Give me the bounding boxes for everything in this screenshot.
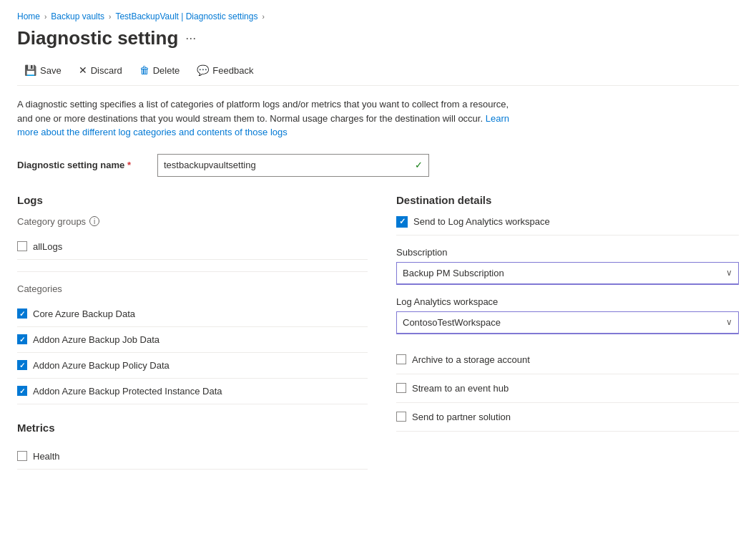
category-checkbox-2[interactable]: [17, 360, 27, 370]
event-hub-label: Stream to an event hub: [412, 383, 509, 394]
diagnostic-setting-name-row: Diagnostic setting name * testbackupvaul…: [17, 154, 739, 177]
event-hub-row: Stream to an event hub: [396, 374, 739, 403]
category-groups-label: Category groups i: [17, 216, 368, 227]
breadcrumb-home[interactable]: Home: [17, 11, 40, 21]
discard-icon: ✕: [79, 64, 87, 76]
category-groups-text: Category groups: [17, 216, 86, 227]
metrics-section-title: Metrics: [17, 422, 368, 434]
subscription-chevron-icon: ∨: [726, 268, 732, 278]
category-row-3: Addon Azure Backup Protected Instance Da…: [17, 379, 368, 404]
category-checkbox-0[interactable]: [17, 309, 27, 319]
event-hub-checkbox[interactable]: [396, 383, 406, 393]
category-label-1: Addon Azure Backup Job Data: [33, 334, 159, 345]
right-column: Destination details Send to Log Analytic…: [396, 194, 739, 470]
workspace-label: Log Analytics workspace: [396, 296, 739, 307]
destination-section-title: Destination details: [396, 194, 739, 206]
info-icon[interactable]: i: [89, 216, 99, 226]
logs-section-title: Logs: [17, 194, 368, 206]
archive-storage-checkbox[interactable]: [396, 354, 406, 364]
categories-title: Categories: [17, 283, 368, 294]
main-content: Logs Category groups i allLogs Categorie…: [17, 194, 739, 470]
category-row-2: Addon Azure Backup Policy Data: [17, 353, 368, 379]
page-title-ellipsis: ···: [185, 31, 196, 46]
log-analytics-row: Send to Log Analytics workspace: [396, 216, 739, 235]
required-marker: *: [127, 160, 131, 170]
toolbar: 💾 Save ✕ Discard 🗑 Delete 💬 Feedback: [17, 61, 739, 86]
breadcrumb-current: TestBackupVault | Diagnostic settings: [115, 11, 257, 21]
discard-label: Discard: [91, 65, 122, 76]
log-analytics-label: Send to Log Analytics workspace: [413, 216, 550, 227]
delete-label: Delete: [153, 65, 180, 76]
category-checkbox-3[interactable]: [17, 386, 27, 396]
description-text: A diagnostic setting specifies a list of…: [17, 97, 518, 140]
allLogs-label: allLogs: [33, 241, 62, 252]
breadcrumb-sep-1: ›: [44, 13, 46, 21]
category-label-2: Addon Azure Backup Policy Data: [33, 360, 170, 371]
save-icon: 💾: [24, 64, 36, 76]
workspace-group: Log Analytics workspace ContosoTestWorks…: [396, 296, 739, 334]
health-checkbox[interactable]: [17, 451, 27, 461]
workspace-chevron-icon: ∨: [726, 317, 732, 327]
subscription-value: Backup PM Subscription: [403, 268, 504, 278]
page-title: Diagnostic setting ···: [17, 27, 739, 49]
page-container: Home › Backup vaults › TestBackupVault |…: [0, 0, 756, 481]
partner-solution-checkbox[interactable]: [396, 412, 406, 422]
partner-solution-label: Send to partner solution: [412, 412, 511, 422]
category-checkbox-1[interactable]: [17, 334, 27, 344]
breadcrumb-backup-vaults[interactable]: Backup vaults: [51, 11, 104, 21]
allLogs-row: allLogs: [17, 234, 368, 260]
field-label: Diagnostic setting name *: [17, 160, 146, 170]
description-text-1: A diagnostic setting specifies a list of…: [17, 99, 509, 124]
subscription-label: Subscription: [396, 247, 739, 258]
diagnostic-setting-name-input[interactable]: testbackupvaultsetting ✓: [157, 154, 429, 177]
save-label: Save: [40, 65, 62, 76]
health-label: Health: [33, 451, 60, 462]
feedback-button[interactable]: 💬 Feedback: [190, 61, 260, 79]
breadcrumb-sep-2: ›: [109, 13, 111, 21]
logs-divider: [17, 271, 368, 272]
left-column: Logs Category groups i allLogs Categorie…: [17, 194, 368, 470]
field-label-text: Diagnostic setting name: [17, 160, 124, 170]
feedback-label: Feedback: [212, 65, 253, 76]
subscription-dropdown[interactable]: Backup PM Subscription ∨: [396, 262, 739, 285]
page-title-text: Diagnostic setting: [17, 27, 178, 49]
field-value: testbackupvaultsetting: [164, 160, 256, 170]
category-label-3: Addon Azure Backup Protected Instance Da…: [33, 386, 222, 397]
field-check-icon: ✓: [415, 160, 423, 170]
workspace-value: ContosoTestWorkspace: [403, 317, 501, 328]
breadcrumb-sep-3: ›: [262, 13, 264, 21]
feedback-icon: 💬: [197, 64, 209, 76]
delete-icon: 🗑: [139, 64, 149, 76]
health-row: Health: [17, 444, 368, 470]
breadcrumb: Home › Backup vaults › TestBackupVault |…: [17, 11, 739, 21]
discard-button[interactable]: ✕ Discard: [72, 61, 129, 79]
categories-section: Categories Core Azure Backup Data Addon …: [17, 283, 368, 404]
category-row-1: Addon Azure Backup Job Data: [17, 327, 368, 353]
save-button[interactable]: 💾 Save: [17, 61, 69, 79]
archive-storage-label: Archive to a storage account: [412, 354, 530, 365]
log-analytics-checkbox[interactable]: [396, 216, 408, 228]
partner-solution-row: Send to partner solution: [396, 403, 739, 432]
archive-storage-row: Archive to a storage account: [396, 346, 739, 374]
category-label-0: Core Azure Backup Data: [33, 309, 135, 319]
category-row-0: Core Azure Backup Data: [17, 301, 368, 327]
metrics-section: Metrics Health: [17, 422, 368, 470]
workspace-dropdown[interactable]: ContosoTestWorkspace ∨: [396, 311, 739, 334]
delete-button[interactable]: 🗑 Delete: [132, 61, 187, 79]
allLogs-checkbox[interactable]: [17, 241, 27, 251]
subscription-group: Subscription Backup PM Subscription ∨: [396, 247, 739, 285]
